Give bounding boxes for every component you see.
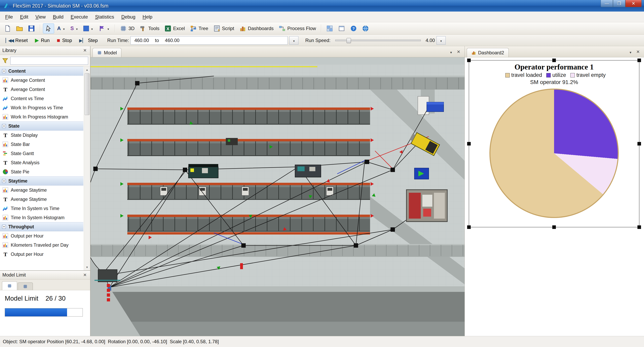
library-item[interactable]: State Display bbox=[0, 131, 83, 140]
model-limit-title: Model Limit bbox=[2, 272, 26, 278]
menu-help[interactable]: Help bbox=[139, 13, 156, 21]
window-layout-button[interactable] bbox=[324, 24, 335, 34]
library-section-state[interactable]: State bbox=[0, 121, 83, 131]
library-item[interactable]: Content vs Time bbox=[0, 94, 83, 103]
new-window-button[interactable] bbox=[336, 24, 347, 34]
close-tab-icon[interactable] bbox=[636, 49, 640, 55]
pie-chart-widget[interactable]: Operator performance 1 travel loaded uti… bbox=[469, 60, 640, 227]
maximize-button[interactable]: ❐ bbox=[613, 0, 625, 7]
library-section-content[interactable]: Content bbox=[0, 67, 83, 76]
script-button[interactable]: Script bbox=[211, 24, 236, 34]
selection-handle[interactable] bbox=[552, 59, 556, 62]
library-item[interactable]: Output per Hour bbox=[0, 250, 83, 259]
library-item[interactable]: Kilometers Traveled per Day bbox=[0, 240, 83, 250]
pie-chart[interactable] bbox=[490, 89, 619, 218]
library-item[interactable]: Work In Progress vs Time bbox=[0, 103, 83, 112]
close-button[interactable]: ✕ bbox=[625, 0, 642, 7]
run-time-field[interactable]: 460.00 to 460.00 bbox=[130, 36, 288, 45]
menu-statistics[interactable]: Statistics bbox=[92, 13, 118, 21]
collapse-icon[interactable] bbox=[2, 124, 6, 128]
library-item[interactable]: Average Content bbox=[0, 76, 83, 85]
select-tool-button[interactable] bbox=[43, 24, 54, 34]
tab-list-dropdown-icon[interactable] bbox=[629, 49, 632, 55]
minimize-button[interactable]: — bbox=[601, 0, 613, 7]
library-filter-input[interactable] bbox=[10, 57, 88, 65]
save-model-button[interactable] bbox=[26, 24, 37, 34]
connect-objects-s-button[interactable]: S bbox=[68, 24, 80, 34]
library-section-staytime[interactable]: Staytime bbox=[0, 176, 83, 186]
dashboard-canvas[interactable]: Operator performance 1 travel loaded uti… bbox=[465, 57, 644, 336]
menu-edit[interactable]: Edit bbox=[16, 13, 32, 21]
connect-objects-a-button[interactable]: A bbox=[55, 24, 68, 34]
tree-button[interactable]: Tree bbox=[188, 24, 210, 34]
collapse-icon[interactable] bbox=[2, 69, 6, 74]
selection-handle[interactable] bbox=[467, 59, 471, 62]
library-item[interactable]: Work In Progress Histogram bbox=[0, 112, 83, 121]
chevron-down-icon[interactable] bbox=[91, 26, 93, 31]
collapse-icon[interactable] bbox=[2, 179, 6, 183]
dashboards-button[interactable]: Dashboards bbox=[237, 24, 276, 34]
chevron-down-icon[interactable] bbox=[76, 26, 78, 31]
close-icon[interactable] bbox=[82, 48, 88, 53]
library-item[interactable]: Output per Hour bbox=[0, 231, 83, 240]
tools-button[interactable]: Tools bbox=[138, 24, 162, 34]
run-speed-slider[interactable] bbox=[335, 40, 421, 41]
selection-handle[interactable] bbox=[552, 225, 556, 229]
chevron-down-icon[interactable] bbox=[63, 26, 65, 31]
filter-funnel-icon[interactable] bbox=[2, 58, 8, 64]
library-item-label: State Gantt bbox=[11, 151, 34, 156]
flexsim-app-icon[interactable] bbox=[3, 2, 10, 9]
menu-debug[interactable]: Debug bbox=[118, 13, 139, 21]
tab-list-dropdown-icon[interactable] bbox=[450, 49, 452, 55]
menu-build[interactable]: Build bbox=[49, 13, 67, 21]
reset-button[interactable]: Reset bbox=[3, 36, 30, 45]
slider-thumb[interactable] bbox=[346, 38, 351, 43]
library-item[interactable]: Time In System vs Time bbox=[0, 204, 83, 213]
selection-handle[interactable] bbox=[467, 225, 471, 229]
open-3d-view-button[interactable]: 3D bbox=[118, 24, 137, 34]
collapse-icon[interactable] bbox=[2, 224, 6, 229]
library-item[interactable]: State Pie bbox=[0, 167, 83, 176]
selection-handle[interactable] bbox=[638, 59, 641, 62]
model-limit-tab-2[interactable] bbox=[18, 282, 33, 290]
library-item[interactable]: State Gantt bbox=[0, 149, 83, 158]
chevron-down-icon[interactable] bbox=[107, 26, 110, 31]
model-3d-view[interactable] bbox=[90, 57, 464, 336]
selection-handle[interactable] bbox=[638, 142, 641, 146]
library-item[interactable]: Average Staytime bbox=[0, 186, 83, 195]
measure-tool-button[interactable] bbox=[96, 24, 112, 34]
run-time-label: Run Time: bbox=[107, 38, 129, 43]
tab-dashboard2[interactable]: Dashboard2 bbox=[467, 48, 509, 57]
new-model-button[interactable] bbox=[2, 24, 13, 34]
library-item[interactable]: Average Content bbox=[0, 85, 83, 94]
menu-view[interactable]: View bbox=[32, 13, 49, 21]
process-flow-button[interactable]: Process Flow bbox=[276, 24, 318, 34]
library-scrollbar[interactable]: ▲ ▼ bbox=[84, 67, 90, 270]
scroll-down-icon[interactable]: ▼ bbox=[84, 264, 90, 270]
model-limit-tab-1[interactable] bbox=[2, 281, 17, 290]
library-item[interactable]: State Bar bbox=[0, 140, 83, 149]
run-speed-dropdown-button[interactable] bbox=[436, 36, 446, 45]
library-item[interactable]: State Analysis bbox=[0, 158, 83, 167]
scrollbar-thumb[interactable] bbox=[84, 73, 90, 115]
tab-model[interactable]: Model bbox=[92, 48, 121, 57]
menu-file[interactable]: File bbox=[2, 13, 16, 21]
create-objects-button[interactable] bbox=[81, 24, 96, 34]
library-item[interactable]: Average Staytime bbox=[0, 195, 83, 204]
selection-handle[interactable] bbox=[467, 142, 471, 146]
online-button[interactable] bbox=[360, 24, 371, 34]
step-button[interactable]: Step bbox=[76, 36, 100, 45]
selection-handle[interactable] bbox=[638, 225, 641, 229]
scroll-up-icon[interactable]: ▲ bbox=[84, 67, 90, 73]
stop-button[interactable]: Stop bbox=[54, 36, 75, 45]
close-icon[interactable] bbox=[82, 272, 88, 278]
library-section-throughput[interactable]: Throughput bbox=[0, 222, 83, 231]
run-time-dropdown-button[interactable] bbox=[289, 36, 298, 45]
library-item[interactable]: Time In System Histogram bbox=[0, 213, 83, 222]
menu-execute[interactable]: Execute bbox=[67, 13, 92, 21]
close-tab-icon[interactable] bbox=[457, 49, 460, 55]
run-button[interactable]: Run bbox=[32, 36, 52, 45]
excel-button[interactable]: Excel bbox=[162, 24, 187, 34]
help-button[interactable] bbox=[348, 24, 359, 34]
open-model-button[interactable] bbox=[14, 24, 25, 34]
